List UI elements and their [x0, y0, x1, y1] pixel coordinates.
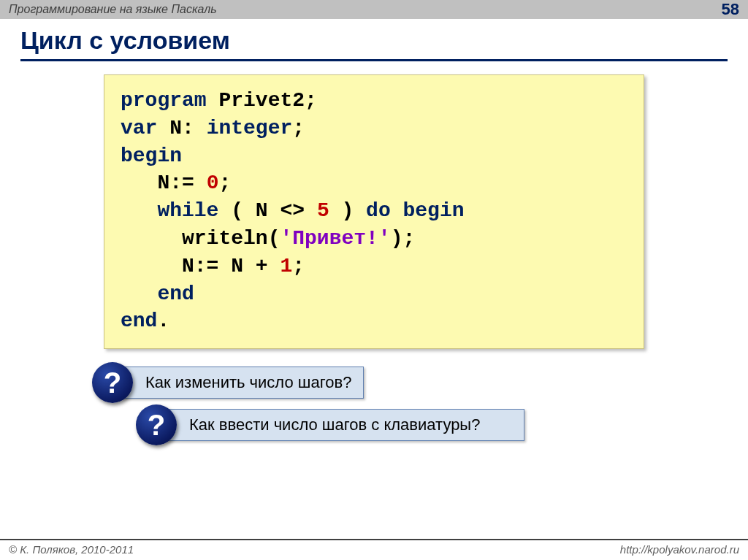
code-text: N:	[157, 117, 206, 139]
code-string: 'Привет!'	[280, 227, 390, 250]
code-text: N:=	[121, 172, 194, 194]
code-text: Privet2;	[207, 89, 317, 112]
kw-program: program	[121, 89, 207, 112]
kw-begin: begin	[121, 145, 182, 167]
code-text	[305, 199, 317, 222]
code-num: 1	[280, 255, 292, 277]
question-box: Как ввести число шагов с клавиатуры?	[159, 409, 524, 441]
code-text	[268, 199, 280, 222]
footer-copyright: © К. Поляков, 2010-2011	[9, 543, 134, 556]
kw-var: var	[121, 117, 157, 139]
question-box: Как изменить число шагов?	[115, 367, 364, 399]
kw-while: while	[121, 199, 218, 222]
kw-end: end	[121, 283, 194, 305]
slide-content: Цикл с условием program Privet2; var N: …	[0, 19, 748, 441]
code-block: program Privet2; var N: integer; begin N…	[104, 74, 644, 349]
code-num: 0	[207, 172, 219, 194]
code-text	[268, 255, 280, 277]
kw-end: end	[121, 310, 157, 332]
code-num: 5	[317, 199, 329, 222]
code-text: N	[231, 255, 243, 277]
code-text: ( N	[218, 199, 267, 222]
code-text: ;	[218, 172, 231, 194]
course-title: Программирование на языке Паскаль	[9, 3, 217, 16]
kw-do-begin: do begin	[366, 199, 464, 222]
slide-title: Цикл с условием	[20, 26, 728, 61]
code-text: ;	[292, 117, 305, 139]
code-text	[243, 255, 256, 277]
code-text	[194, 172, 207, 194]
code-text: writeln(	[121, 227, 280, 250]
question-text: Как ввести число шагов с клавиатуры?	[189, 415, 480, 434]
footer-bar: © К. Поляков, 2010-2011 http://kpolyakov…	[0, 539, 748, 560]
code-text: <>	[280, 199, 305, 222]
code-text: N:=	[121, 255, 218, 277]
question-mark-icon: ?	[136, 404, 177, 445]
code-text	[218, 255, 231, 277]
questions-area: ? Как изменить число шагов? ? Как ввести…	[94, 367, 728, 441]
footer-url: http://kpolyakov.narod.ru	[620, 543, 739, 556]
question-mark-icon: ?	[92, 362, 133, 403]
code-text: ;	[292, 255, 305, 277]
question-text: Как изменить число шагов?	[145, 373, 351, 391]
code-text: )	[329, 199, 366, 222]
code-text: +	[256, 255, 268, 277]
code-text: .	[157, 310, 169, 332]
header-bar: Программирование на языке Паскаль 58	[0, 0, 748, 19]
page-number: 58	[722, 0, 739, 19]
code-text: );	[391, 227, 416, 250]
question-row: ? Как изменить число шагов?	[94, 367, 728, 399]
question-row: ? Как ввести число шагов с клавиатуры?	[137, 409, 728, 441]
kw-integer: integer	[207, 117, 293, 139]
